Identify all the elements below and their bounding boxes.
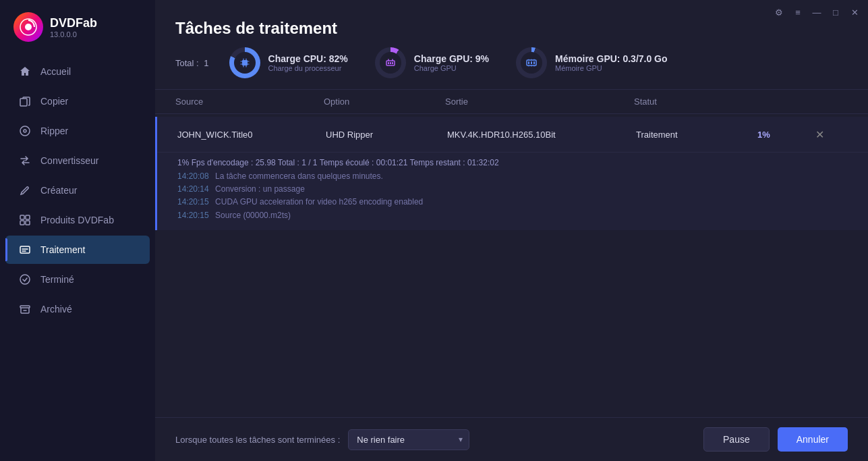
log-time-0: 14:20:08 xyxy=(177,171,209,181)
create-icon xyxy=(19,184,31,196)
gpu-texts: Charge GPU: 9% Charge GPU xyxy=(414,53,489,72)
svg-rect-19 xyxy=(531,61,532,64)
sidebar-nav: Accueil Copier xyxy=(0,51,155,461)
sidebar-item-traitement[interactable]: Traitement xyxy=(5,236,150,264)
table-header: Source Option Sortie Statut xyxy=(155,90,868,114)
sidebar-item-createur[interactable]: Créateur xyxy=(5,176,150,205)
memory-stat: Mémoire GPU: 0.3/7.0 Go Mémoire GPU xyxy=(516,47,668,78)
sidebar-label-archive: Archivé xyxy=(40,304,72,315)
svg-point-1 xyxy=(25,24,32,30)
svg-rect-9 xyxy=(20,246,30,253)
sidebar: DVDFab 13.0.0.0 Accueil xyxy=(0,0,155,461)
products-icon xyxy=(19,214,31,226)
cpu-title: Charge CPU: 82% xyxy=(268,53,348,64)
log-msg-2: CUDA GPU acceleration for video h265 enc… xyxy=(215,197,423,207)
log-time-2: 14:20:15 xyxy=(177,197,209,207)
sidebar-label-termine: Terminé xyxy=(40,274,74,285)
logo-icon xyxy=(13,12,43,42)
memory-sub: Mémoire GPU xyxy=(555,64,668,72)
gpu-icon-inner xyxy=(380,52,401,74)
svg-rect-11 xyxy=(20,306,30,308)
minimize-btn[interactable]: — xyxy=(810,5,823,19)
table-row: JOHN_WICK.Title0 UHD Ripper MKV.4K.HDR10… xyxy=(155,117,868,230)
copy-icon xyxy=(19,95,31,107)
main-content: Tâches de traitement Total : 1 xyxy=(155,0,868,461)
close-btn[interactable]: ✕ xyxy=(848,5,861,19)
svg-point-3 xyxy=(20,126,30,136)
svg-rect-8 xyxy=(26,221,30,225)
log-line-2: 14:20:15 CUDA GPU acceleration for video… xyxy=(177,196,848,209)
sidebar-item-accueil[interactable]: Accueil xyxy=(5,57,150,86)
sidebar-item-archive[interactable]: Archivé xyxy=(5,295,150,323)
log-line-1: 14:20:14 Conversion : un passage xyxy=(177,183,848,196)
svg-rect-20 xyxy=(533,61,535,64)
cpu-sub: Charge du processeur xyxy=(268,64,348,72)
memory-title: Mémoire GPU: 0.3/7.0 Go xyxy=(555,53,668,64)
task-source: JOHN_WICK.Title0 xyxy=(177,130,326,140)
svg-rect-14 xyxy=(388,62,389,64)
archive-icon xyxy=(19,303,31,315)
gpu-title: Charge GPU: 9% xyxy=(414,53,489,64)
gpu-stat: Charge GPU: 9% Charge GPU xyxy=(375,47,489,78)
col-progress xyxy=(755,97,809,107)
app-name: DVDFab xyxy=(50,16,97,30)
gpu-gauge xyxy=(375,47,406,78)
cpu-icon-inner xyxy=(234,52,256,74)
col-status: Statut xyxy=(634,97,755,107)
col-action xyxy=(809,97,836,107)
sidebar-item-convertisseur[interactable]: Convertisseur xyxy=(5,146,150,175)
app-version: 13.0.0.0 xyxy=(50,30,97,38)
settings-btn[interactable]: ⚙ xyxy=(772,5,786,19)
menu-btn[interactable]: ≡ xyxy=(791,5,805,19)
footer-right: Pause Annuler xyxy=(703,427,848,452)
sidebar-label-ripper: Ripper xyxy=(40,126,68,136)
task-remove-btn[interactable]: ✕ xyxy=(811,126,828,142)
col-option: Option xyxy=(324,97,445,107)
col-output: Sortie xyxy=(445,97,634,107)
total-count: Total : 1 xyxy=(175,58,209,68)
log-area: 1% Fps d'encodage : 25.98 Total : 1 / 1 … xyxy=(157,152,868,230)
footer-label: Lorsque toutes les tâches sont terminées… xyxy=(175,435,340,445)
completion-action-wrap: Ne rien faireÉteindreMettre en veilleRed… xyxy=(348,429,469,450)
sidebar-item-produits[interactable]: Produits DVDFab xyxy=(5,206,150,234)
page-title: Tâches de traitement xyxy=(175,19,848,38)
gpu-sub: Charge GPU xyxy=(414,64,489,72)
total-label: Total : xyxy=(175,58,199,68)
svg-rect-7 xyxy=(20,221,24,225)
sidebar-label-produits: Produits DVDFab xyxy=(40,215,114,225)
svg-rect-2 xyxy=(20,99,27,106)
task-output: MKV.4K.HDR10.H265.10Bit xyxy=(447,130,636,140)
cpu-stat: Charge CPU: 82% Charge du processeur xyxy=(229,47,348,78)
sidebar-label-accueil: Accueil xyxy=(40,66,71,77)
svg-rect-5 xyxy=(20,215,24,219)
mem-icon-inner xyxy=(521,52,542,74)
cancel-button[interactable]: Annuler xyxy=(778,427,848,452)
svg-rect-16 xyxy=(392,62,393,64)
cpu-texts: Charge CPU: 82% Charge du processeur xyxy=(268,53,348,72)
main-header: Tâches de traitement Total : 1 xyxy=(155,0,868,89)
process-icon xyxy=(19,244,31,256)
sidebar-item-termine[interactable]: Terminé xyxy=(5,265,150,294)
footer: Lorsque toutes les tâches sont terminées… xyxy=(155,417,868,461)
log-msg-3: Source (00000.m2ts) xyxy=(215,211,291,220)
task-status: Traitement xyxy=(636,130,757,140)
svg-rect-6 xyxy=(26,215,30,219)
sidebar-label-convertisseur: Convertisseur xyxy=(40,155,98,166)
stats-row: Total : 1 Charge CPU: 82% xyxy=(175,47,848,78)
total-number: 1 xyxy=(204,58,208,68)
sidebar-label-copier: Copier xyxy=(40,96,68,107)
sidebar-item-copier[interactable]: Copier xyxy=(5,87,150,115)
tasks-table: Source Option Sortie Statut JOHN_WICK.Ti… xyxy=(155,89,868,417)
completion-action-select[interactable]: Ne rien faireÉteindreMettre en veilleRed… xyxy=(348,429,469,450)
window-controls: ⚙ ≡ — □ ✕ xyxy=(772,5,861,19)
svg-rect-12 xyxy=(242,60,248,65)
log-line-3: 14:20:15 Source (00000.m2ts) xyxy=(177,209,848,222)
pause-button[interactable]: Pause xyxy=(703,427,770,452)
home-icon xyxy=(19,65,31,78)
cpu-gauge xyxy=(229,47,260,78)
log-time-1: 14:20:14 xyxy=(177,184,209,194)
sidebar-item-ripper[interactable]: Ripper xyxy=(5,117,150,145)
maximize-btn[interactable]: □ xyxy=(829,5,842,19)
svg-rect-15 xyxy=(390,62,391,64)
svg-point-4 xyxy=(24,130,26,132)
